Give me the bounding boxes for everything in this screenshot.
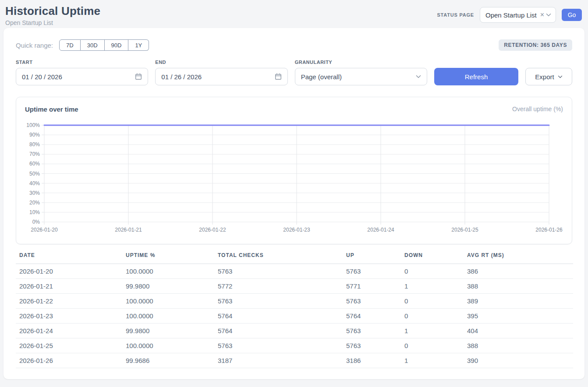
table-cell: 0 bbox=[401, 294, 464, 309]
end-field: END 01 / 26 / 2026 bbox=[155, 60, 287, 85]
table-cell: 99.9800 bbox=[122, 324, 214, 338]
table-cell: 390 bbox=[464, 353, 573, 368]
table-row: 2026-01-25100.0000576357630388 bbox=[16, 338, 573, 353]
table-header-cell: TOTAL CHECKS bbox=[214, 252, 343, 264]
start-field: START 01 / 20 / 2026 bbox=[16, 60, 148, 85]
svg-text:2026-01-24: 2026-01-24 bbox=[367, 227, 394, 233]
table-cell: 2026-01-21 bbox=[16, 279, 122, 294]
retention-badge: RETENTION: 365 DAYS bbox=[499, 39, 572, 51]
table-cell: 5763 bbox=[214, 338, 343, 353]
quick-range-row: Quick range: 7D30D90D1Y RETENTION: 365 D… bbox=[16, 39, 572, 51]
status-page-selected-value: Open Startup List bbox=[485, 11, 540, 19]
table-row: 2026-01-2499.9800576457631404 bbox=[16, 324, 573, 338]
table-cell: 99.9800 bbox=[122, 279, 214, 294]
table-cell: 99.9686 bbox=[122, 353, 214, 368]
chevron-down-icon bbox=[546, 13, 551, 17]
table-cell: 2026-01-20 bbox=[16, 264, 122, 279]
page-title: Historical Uptime bbox=[5, 4, 100, 18]
quick-range-1y[interactable]: 1Y bbox=[128, 39, 149, 51]
table-cell: 100.0000 bbox=[122, 264, 214, 279]
status-page-label: STATUS PAGE bbox=[437, 12, 474, 18]
start-label: START bbox=[16, 60, 148, 65]
chart-title: Uptime over time bbox=[25, 106, 78, 113]
table-cell: 100.0000 bbox=[122, 294, 214, 309]
table-cell: 0 bbox=[401, 309, 464, 324]
granularity-selected-value: Page (overall) bbox=[301, 73, 416, 81]
svg-text:2026-01-22: 2026-01-22 bbox=[199, 227, 226, 233]
svg-text:30%: 30% bbox=[29, 190, 40, 196]
svg-text:100%: 100% bbox=[26, 122, 40, 128]
table-cell: 388 bbox=[464, 338, 573, 353]
table-row: 2026-01-22100.0000576357630389 bbox=[16, 294, 573, 309]
svg-text:2026-01-21: 2026-01-21 bbox=[115, 227, 142, 233]
quick-range-30d[interactable]: 30D bbox=[81, 39, 105, 51]
uptime-table: DATEUPTIME %TOTAL CHECKSUPDOWNAVG RT (MS… bbox=[16, 252, 573, 368]
status-page-select[interactable]: Open Startup List × bbox=[480, 7, 556, 23]
table-cell: 2026-01-25 bbox=[16, 338, 122, 353]
quick-range-label: Quick range: bbox=[16, 42, 53, 49]
table-cell: 388 bbox=[464, 279, 573, 294]
uptime-line-chart: 0%10%20%30%40%50%60%70%80%90%100%2026-01… bbox=[25, 116, 563, 234]
calendar-icon[interactable] bbox=[135, 73, 142, 80]
table-cell: 100.0000 bbox=[122, 338, 214, 353]
table-cell: 5764 bbox=[214, 324, 343, 338]
table-cell: 404 bbox=[464, 324, 573, 338]
table-cell: 2026-01-22 bbox=[16, 294, 122, 309]
table-cell: 5763 bbox=[214, 294, 343, 309]
table-cell: 0 bbox=[401, 338, 464, 353]
table-header-cell: AVG RT (MS) bbox=[464, 252, 573, 264]
granularity-select[interactable]: Page (overall) bbox=[295, 68, 427, 85]
table-header-cell: UP bbox=[343, 252, 401, 264]
end-date-value: 01 / 26 / 2026 bbox=[161, 73, 274, 81]
table-row: 2026-01-20100.0000576357630386 bbox=[16, 264, 573, 279]
svg-text:90%: 90% bbox=[29, 132, 40, 138]
table-row: 2026-01-2699.9686318731861390 bbox=[16, 353, 573, 368]
svg-text:80%: 80% bbox=[29, 141, 40, 148]
svg-text:70%: 70% bbox=[29, 151, 40, 157]
table-cell: 395 bbox=[464, 309, 573, 324]
table-header-row: DATEUPTIME %TOTAL CHECKSUPDOWNAVG RT (MS… bbox=[16, 252, 573, 264]
go-button[interactable]: Go bbox=[562, 9, 582, 21]
table-cell: 5763 bbox=[343, 294, 401, 309]
table-cell: 2026-01-24 bbox=[16, 324, 122, 338]
start-date-input[interactable]: 01 / 20 / 2026 bbox=[16, 68, 148, 85]
table-cell: 5764 bbox=[214, 309, 343, 324]
chart-header: Uptime over time Overall uptime (%) bbox=[25, 104, 563, 114]
export-button[interactable]: Export bbox=[525, 68, 572, 85]
table-cell: 100.0000 bbox=[122, 309, 214, 324]
svg-text:40%: 40% bbox=[29, 180, 40, 186]
table-header-cell: DOWN bbox=[401, 252, 464, 264]
table-cell: 386 bbox=[464, 264, 573, 279]
table-header-cell: DATE bbox=[16, 252, 122, 264]
table-cell: 5763 bbox=[343, 264, 401, 279]
end-date-input[interactable]: 01 / 26 / 2026 bbox=[155, 68, 287, 85]
calendar-icon[interactable] bbox=[275, 73, 282, 80]
table-row: 2026-01-23100.0000576457640395 bbox=[16, 309, 573, 324]
table-header-cell: UPTIME % bbox=[122, 252, 214, 264]
uptime-chart-card: Uptime over time Overall uptime (%) 0%10… bbox=[16, 97, 572, 244]
table-cell: 5763 bbox=[343, 338, 401, 353]
table-cell: 5763 bbox=[214, 264, 343, 279]
svg-text:2026-01-26: 2026-01-26 bbox=[535, 227, 563, 233]
table-row: 2026-01-2199.9800577257711388 bbox=[16, 279, 573, 294]
table-cell: 389 bbox=[464, 294, 573, 309]
quick-range-7d[interactable]: 7D bbox=[59, 39, 81, 51]
svg-text:2026-01-25: 2026-01-25 bbox=[451, 227, 478, 233]
table-cell: 5772 bbox=[214, 279, 343, 294]
quick-range-group: 7D30D90D1Y bbox=[59, 39, 149, 51]
refresh-button[interactable]: Refresh bbox=[434, 68, 518, 85]
svg-text:20%: 20% bbox=[29, 200, 40, 206]
table-cell: 5771 bbox=[343, 279, 401, 294]
header-controls: STATUS PAGE Open Startup List × Go bbox=[437, 7, 582, 23]
end-label: END bbox=[155, 60, 287, 65]
page-header: Historical Uptime Open Startup List STAT… bbox=[0, 0, 588, 28]
svg-text:10%: 10% bbox=[29, 209, 40, 215]
main-panel: Quick range: 7D30D90D1Y RETENTION: 365 D… bbox=[4, 28, 584, 379]
svg-text:2026-01-20: 2026-01-20 bbox=[31, 227, 58, 233]
svg-text:60%: 60% bbox=[29, 161, 40, 167]
quick-range-90d[interactable]: 90D bbox=[105, 39, 129, 51]
chevron-down-icon bbox=[558, 75, 563, 78]
quick-range-left: Quick range: 7D30D90D1Y bbox=[16, 39, 149, 51]
table-cell: 5764 bbox=[343, 309, 401, 324]
clear-selection-icon[interactable]: × bbox=[540, 11, 544, 18]
